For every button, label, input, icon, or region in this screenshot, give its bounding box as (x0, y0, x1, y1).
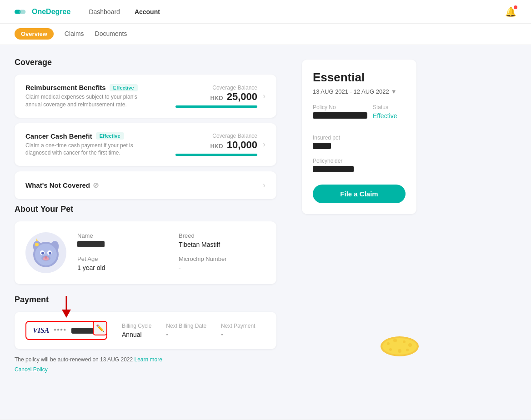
cancer-badge: Effective (96, 132, 124, 140)
nav-dashboard[interactable]: Dashboard (89, 8, 120, 15)
cancer-currency: HKD (210, 143, 223, 150)
policy-no-redacted (313, 112, 367, 119)
learn-more-link[interactable]: Learn more (135, 356, 162, 363)
file-claim-button[interactable]: File a Claim (313, 185, 406, 203)
sponge-decoration (379, 334, 420, 365)
svg-point-23 (389, 348, 392, 351)
date-range-caret: ▼ (391, 88, 397, 95)
progress-bar (175, 105, 257, 108)
header-right: 🔔 (505, 6, 516, 17)
progress-fill (175, 105, 257, 108)
pet-section-title: About Your Pet (15, 205, 276, 214)
tab-claims[interactable]: Claims (65, 24, 84, 45)
svg-point-8 (41, 252, 44, 255)
cancer-desc: Claim a one-time cash payment if your pe… (25, 142, 139, 157)
policyholder-label: Policyholder (313, 158, 406, 164)
pet-avatar (25, 232, 66, 273)
billing-cycle-value: Annual (122, 331, 151, 338)
notification-dot (514, 5, 517, 9)
pet-name-value (77, 241, 105, 247)
pet-name-label: Name (77, 232, 164, 239)
logo-text: OneDegree (32, 8, 70, 16)
payment-section: Payment VISA (15, 295, 276, 373)
not-covered-row: What's Not Covered ⊘ › (25, 180, 266, 190)
cancer-right: Coverage Balance HKD 10,000 › (175, 133, 266, 156)
next-payment-value: - (221, 331, 255, 338)
currency: HKD (210, 95, 223, 101)
coverage-title: Coverage (15, 58, 276, 67)
cancer-progress-bar (175, 154, 257, 156)
pet-microchip-label: Microchip Number (179, 255, 266, 262)
edit-card-button[interactable]: ✏️ (93, 321, 107, 335)
pet-card: Name Breed Tibetan Mastiff Pet Age 1 yea… (15, 221, 276, 284)
info-icon: ⊘ (93, 181, 99, 190)
notification-bell[interactable]: 🔔 (505, 6, 516, 17)
payment-row: VISA **** ✏️ Billing Cycle Annual (25, 321, 266, 340)
pet-info-grid: Name Breed Tibetan Mastiff Pet Age 1 yea… (77, 232, 266, 271)
billing-info: Billing Cycle Annual Next Billing Date -… (122, 323, 255, 338)
payment-title: Payment (15, 295, 276, 305)
cancer-card: Cancer Cash Benefit Effective Claim a on… (15, 123, 276, 166)
cancer-amount: 10,000 (227, 139, 257, 150)
card-container: VISA **** ✏️ (25, 321, 107, 340)
insured-pet-field: Insured pet (313, 135, 406, 150)
pet-microchip-value: - (179, 264, 266, 271)
cancer-coverage-label: Coverage Balance (175, 133, 257, 139)
main-layout: Coverage Reimbursement Benefits Effectiv… (0, 45, 531, 420)
pet-name-field: Name (77, 232, 164, 248)
coverage-label: Coverage Balance (175, 85, 257, 91)
next-payment-label: Next Payment (221, 323, 255, 329)
policyholder-field: Policyholder (313, 158, 406, 174)
content-area: Coverage Reimbursement Benefits Effectiv… (0, 45, 291, 420)
next-billing-field: Next Billing Date - (166, 323, 206, 338)
status-label: Status (373, 104, 406, 110)
cancer-chevron-icon[interactable]: › (263, 140, 266, 149)
chevron-right-icon[interactable]: › (263, 91, 266, 101)
cancer-progress-fill (175, 154, 257, 156)
svg-point-12 (45, 256, 47, 259)
svg-marker-16 (62, 310, 71, 318)
benefit-left: Reimbursement Benefits Effective Claim m… (25, 84, 175, 109)
not-covered-card[interactable]: What's Not Covered ⊘ › (15, 171, 276, 199)
billing-cycle-field: Billing Cycle Annual (122, 323, 151, 338)
visa-card: VISA **** ✏️ (25, 321, 107, 340)
pet-age-value: 1 year old (77, 264, 164, 271)
insured-pet-value (313, 143, 406, 150)
benefit-right: Coverage Balance HKD 25,000 › (175, 85, 266, 108)
svg-point-9 (49, 252, 51, 255)
svg-point-22 (408, 343, 412, 347)
svg-point-25 (406, 349, 409, 351)
cancel-policy-link[interactable]: Cancel Policy (15, 366, 276, 373)
payment-card: VISA **** ✏️ Billing Cycle Annual (15, 312, 276, 349)
date-range[interactable]: 13 AUG 2021 - 12 AUG 2022 ▼ (313, 88, 406, 95)
svg-point-19 (387, 342, 390, 345)
policy-no-field: Policy No (313, 104, 367, 120)
logo[interactable]: OneDegree (15, 7, 70, 16)
arrow-annotation (57, 296, 75, 320)
benefit-row: Reimbursement Benefits Effective Claim m… (25, 84, 266, 109)
benefit-desc: Claim medical expenses subject to your p… (25, 93, 139, 109)
coverage-info: Coverage Balance HKD 25,000 (175, 85, 257, 108)
benefit-row-cancer: Cancer Cash Benefit Effective Claim a on… (25, 132, 266, 157)
nav-account[interactable]: Account (135, 8, 160, 15)
not-covered-chevron-icon[interactable]: › (263, 180, 266, 190)
next-payment-field: Next Payment - (221, 323, 255, 338)
cancer-coverage-info: Coverage Balance HKD 10,000 (175, 133, 257, 156)
policy-fields-grid: Policy No Status Effective (313, 104, 406, 127)
tab-documents[interactable]: Documents (95, 24, 127, 45)
insured-pet-redacted (313, 143, 331, 149)
policy-no-label: Policy No (313, 104, 367, 110)
policy-no-value (313, 112, 367, 120)
next-billing-value: - (166, 331, 206, 338)
policyholder-value (313, 166, 406, 174)
policyholder-redacted (313, 166, 354, 172)
svg-point-13 (35, 243, 39, 246)
pet-breed-value: Tibetan Mastiff (179, 241, 266, 248)
sub-nav: Overview Claims Documents (0, 24, 531, 45)
reimbursement-card: Reimbursement Benefits Effective Claim m… (15, 75, 276, 118)
main-nav: Dashboard Account (89, 8, 160, 15)
next-billing-label: Next Billing Date (166, 323, 206, 329)
svg-marker-14 (36, 238, 38, 241)
svg-rect-1 (19, 10, 25, 14)
tab-overview[interactable]: Overview (15, 24, 54, 45)
